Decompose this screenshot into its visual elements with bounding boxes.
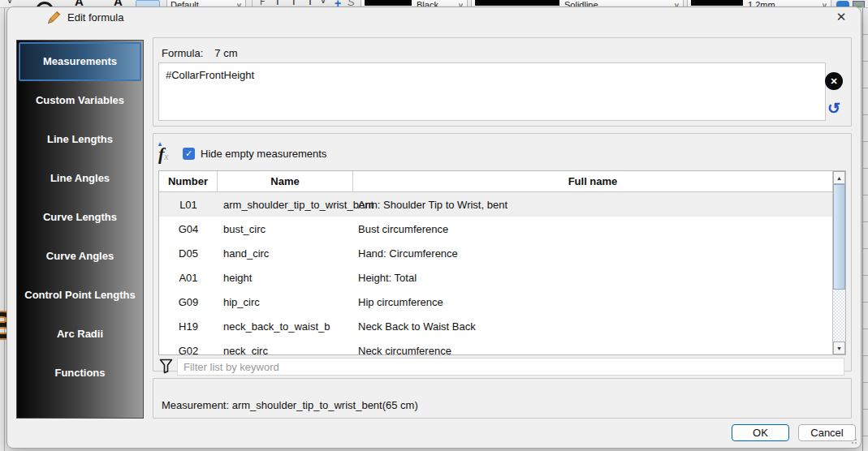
pencil-icon <box>47 11 61 24</box>
hide-empty-checkbox[interactable]: ✓ <box>183 148 195 160</box>
table-header-row: Number Name Full name <box>159 171 832 192</box>
table-row[interactable]: G09 hip_circ Hip circumference <box>159 290 832 314</box>
scrollbar-up-button[interactable]: ▲ <box>833 171 845 184</box>
cancel-button[interactable]: Cancel <box>798 424 856 441</box>
triangle-up-icon: ▲ <box>157 140 163 148</box>
hide-empty-label: Hide empty measurements <box>201 148 326 160</box>
triangle-down-icon: ▼ <box>836 346 842 351</box>
measurement-info-text: Measurement: arm_shoulder_tip_to_wrist_b… <box>162 399 418 411</box>
scrollbar-track[interactable] <box>833 290 845 341</box>
background-left-strip <box>0 8 6 451</box>
sidebar-item-arc-radii[interactable]: Arc Radii <box>19 315 141 354</box>
undo-icon: ↺ <box>827 99 840 118</box>
table-row[interactable]: G04 bust_circ Bust circumference <box>159 217 832 241</box>
sidebar-item-line-lengths[interactable]: Line Lengths <box>19 120 141 159</box>
formula-result: 7 cm <box>214 47 237 59</box>
dialog-title-bar[interactable]: Edit formula ✕ <box>7 7 861 30</box>
measurement-info-groupbox: Measurement: arm_shoulder_tip_to_wrist_b… <box>153 378 852 419</box>
formula-editor[interactable]: #CollarFrontHeight <box>158 62 826 121</box>
scrollbar-down-button[interactable]: ▼ <box>833 341 845 354</box>
sidebar-item-functions[interactable]: Functions <box>19 354 141 393</box>
table-scrollbar[interactable]: ▲ ▼ <box>832 171 845 354</box>
check-icon: ✓ <box>185 148 192 159</box>
measurements-table: Number Name Full name L01 arm_shoulder_t… <box>158 170 846 355</box>
sidebar-item-custom-variables[interactable]: Custom Variables <box>19 81 141 120</box>
chevron-down-icon[interactable]: ∨ <box>6 0 13 6</box>
category-sidebar: Measurements Custom Variables Line Lengt… <box>16 40 144 419</box>
sidebar-item-measurements[interactable]: Measurements <box>19 42 141 81</box>
table-row[interactable]: A01 height Height: Total <box>159 265 832 290</box>
close-icon[interactable]: ✕ <box>833 9 849 25</box>
sidebar-item-line-angles[interactable]: Line Angles <box>19 159 141 198</box>
clear-formula-button[interactable]: ✕ <box>825 72 843 90</box>
edit-formula-dialog: Edit formula ✕ Measurements Custom Varia… <box>6 6 862 449</box>
sidebar-item-curve-lengths[interactable]: Curve Lengths <box>19 198 141 237</box>
column-header-fullname[interactable]: Full name <box>353 171 832 191</box>
filter-funnel-icon <box>159 359 173 374</box>
line-width-swatch <box>691 0 743 6</box>
triangle-up-icon: ▲ <box>836 175 842 181</box>
black-color-swatch <box>365 0 412 6</box>
formula-label: Formula: <box>162 47 203 59</box>
table-row[interactable]: L01 arm_shoulder_tip_to_wrist_bent Arm: … <box>159 192 832 217</box>
variables-groupbox: ▲ fx ✓ Hide empty measurements Number Na… <box>153 133 852 372</box>
undo-button[interactable]: ↺ <box>824 99 844 117</box>
clear-icon: ✕ <box>830 76 837 87</box>
chevron-down-icon[interactable]: ∨ <box>320 0 326 6</box>
sidebar-item-curve-angles[interactable]: Curve Angles <box>19 237 141 276</box>
formula-groupbox: Formula: 7 cm #CollarFrontHeight ✕ ↺ <box>153 37 852 127</box>
table-row[interactable]: H19 neck_back_to_waist_b Neck Back to Wa… <box>159 314 832 338</box>
solidline-swatch <box>475 0 559 6</box>
ok-button[interactable]: OK <box>732 424 789 441</box>
table-row[interactable]: D05 hand_circ Hand: Circumference <box>159 241 832 265</box>
table-row[interactable]: G02 neck_circ Neck circumference <box>159 338 832 355</box>
dialog-title: Edit formula <box>67 11 123 24</box>
column-header-number[interactable]: Number <box>159 171 218 191</box>
fx-toggle-button[interactable]: ▲ fx <box>158 144 179 165</box>
column-header-name[interactable]: Name <box>218 171 353 191</box>
sidebar-item-control-point-lengths[interactable]: Control Point Lengths <box>19 276 141 315</box>
scrollbar-thumb[interactable] <box>833 184 845 290</box>
resize-grip[interactable] <box>850 437 857 444</box>
filter-input[interactable] <box>177 358 844 376</box>
background-right-strip <box>862 8 868 451</box>
